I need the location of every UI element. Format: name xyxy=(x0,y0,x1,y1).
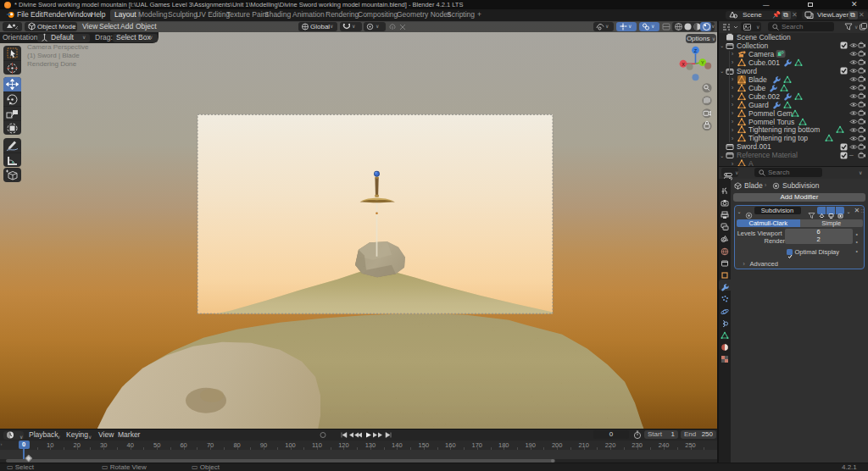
svg-text:Y: Y xyxy=(701,60,704,65)
svg-text:X: X xyxy=(682,61,685,66)
